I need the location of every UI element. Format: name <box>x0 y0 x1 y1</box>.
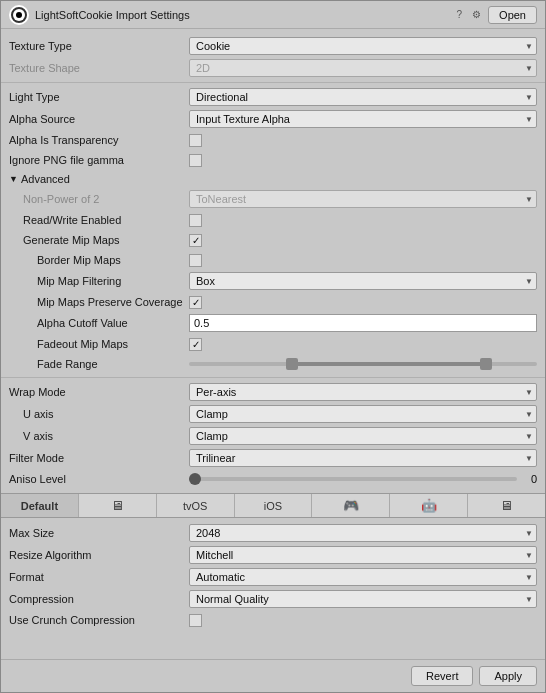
open-button[interactable]: Open <box>488 6 537 24</box>
fadeout-mip-checkbox[interactable] <box>189 338 202 351</box>
alpha-transparency-checkbox[interactable] <box>189 134 202 147</box>
tab-controller[interactable]: 🎮 <box>312 494 390 517</box>
tab-tvos[interactable]: tvOS <box>157 494 235 517</box>
ignore-png-checkbox[interactable] <box>189 154 202 167</box>
texture-type-control: Cookie ▼ <box>189 37 537 55</box>
alpha-cutoff-row: Alpha Cutoff Value <box>1 312 545 334</box>
border-mip-control <box>189 254 537 267</box>
aniso-thumb[interactable] <box>189 473 201 485</box>
window-title: LightSoftCookie Import Settings <box>35 9 190 21</box>
light-type-dropdown[interactable]: Directional <box>189 88 537 106</box>
android-icon: 🤖 <box>421 498 437 513</box>
compression-dropdown-wrapper: Normal Quality ▼ <box>189 590 537 608</box>
max-size-dropdown-wrapper: 2048 ▼ <box>189 524 537 542</box>
alpha-source-label: Alpha Source <box>9 113 189 125</box>
resize-algorithm-label: Resize Algorithm <box>9 549 189 561</box>
tab-android[interactable]: 🤖 <box>390 494 468 517</box>
wrap-mode-dropdown[interactable]: Per-axis <box>189 383 537 401</box>
mip-filter-control: Box ▼ <box>189 272 537 290</box>
texture-shape-control: 2D ▼ <box>189 59 537 77</box>
gen-mip-row: Generate Mip Maps <box>1 230 545 250</box>
non-power-dropdown: ToNearest <box>189 190 537 208</box>
v-axis-dropdown[interactable]: Clamp <box>189 427 537 445</box>
crunch-compression-control <box>189 614 537 627</box>
v-axis-label: V axis <box>9 430 189 442</box>
filter-mode-control: Trilinear ▼ <box>189 449 537 467</box>
light-type-dropdown-wrapper: Directional ▼ <box>189 88 537 106</box>
settings-button[interactable]: ⚙ <box>469 8 484 21</box>
tab-ios[interactable]: iOS <box>235 494 313 517</box>
ignore-png-control <box>189 154 537 167</box>
crunch-compression-label: Use Crunch Compression <box>9 614 189 626</box>
fade-range-thumb-left[interactable] <box>286 358 298 370</box>
alpha-source-row: Alpha Source Input Texture Alpha ▼ <box>1 108 545 130</box>
non-power-row: Non-Power of 2 ToNearest ▼ <box>1 188 545 210</box>
crunch-compression-row: Use Crunch Compression <box>1 610 545 630</box>
title-bar-right: ? ⚙ Open <box>454 6 537 24</box>
preserve-coverage-checkbox[interactable] <box>189 296 202 309</box>
resize-algorithm-row: Resize Algorithm Mitchell ▼ <box>1 544 545 566</box>
border-mip-label: Border Mip Maps <box>9 254 189 266</box>
crunch-compression-checkbox[interactable] <box>189 614 202 627</box>
compression-row: Compression Normal Quality ▼ <box>1 588 545 610</box>
gen-mip-checkbox[interactable] <box>189 234 202 247</box>
revert-button[interactable]: Revert <box>411 666 473 686</box>
tab-default[interactable]: Default <box>1 494 79 517</box>
read-write-label: Read/Write Enabled <box>9 214 189 226</box>
gen-mip-control <box>189 234 537 247</box>
divider-1 <box>1 82 545 83</box>
desktop-icon: 🖥 <box>111 498 124 513</box>
u-axis-row: U axis Clamp ▼ <box>1 403 545 425</box>
mip-filter-dropdown[interactable]: Box <box>189 272 537 290</box>
tab-ios-label: iOS <box>264 500 282 512</box>
tab-desktop[interactable]: 🖥 <box>79 494 157 517</box>
alpha-source-dropdown[interactable]: Input Texture Alpha <box>189 110 537 128</box>
border-mip-checkbox[interactable] <box>189 254 202 267</box>
alpha-source-control: Input Texture Alpha ▼ <box>189 110 537 128</box>
help-button[interactable]: ? <box>454 8 466 21</box>
light-type-row: Light Type Directional ▼ <box>1 86 545 108</box>
format-control: Automatic ▼ <box>189 568 537 586</box>
tab-other[interactable]: 🖥 <box>468 494 545 517</box>
format-dropdown[interactable]: Automatic <box>189 568 537 586</box>
apply-button[interactable]: Apply <box>479 666 537 686</box>
read-write-control <box>189 214 537 227</box>
advanced-label: Advanced <box>21 173 70 185</box>
max-size-dropdown[interactable]: 2048 <box>189 524 537 542</box>
advanced-section-header[interactable]: ▼ Advanced <box>1 170 545 188</box>
fade-range-thumb-right[interactable] <box>480 358 492 370</box>
compression-label: Compression <box>9 593 189 605</box>
fade-range-slider[interactable] <box>189 357 537 371</box>
texture-type-dropdown[interactable]: Cookie <box>189 37 537 55</box>
other-icon: 🖥 <box>500 498 513 513</box>
preserve-coverage-label: Mip Maps Preserve Coverage <box>9 296 189 308</box>
non-power-label: Non-Power of 2 <box>9 193 189 205</box>
fade-range-fill <box>293 362 484 366</box>
aniso-level-slider-container: 0 <box>189 472 537 486</box>
resize-algorithm-dropdown[interactable]: Mitchell <box>189 546 537 564</box>
controller-icon: 🎮 <box>343 498 359 513</box>
texture-shape-dropdown: 2D <box>189 59 537 77</box>
u-axis-dropdown[interactable]: Clamp <box>189 405 537 423</box>
mip-filter-label: Mip Map Filtering <box>9 275 189 287</box>
texture-shape-dropdown-wrapper: 2D ▼ <box>189 59 537 77</box>
mip-filter-dropdown-wrapper: Box ▼ <box>189 272 537 290</box>
fade-range-control <box>189 357 537 371</box>
compression-dropdown[interactable]: Normal Quality <box>189 590 537 608</box>
divider-2 <box>1 377 545 378</box>
fadeout-mip-row: Fadeout Mip Maps <box>1 334 545 354</box>
wrap-mode-dropdown-wrapper: Per-axis ▼ <box>189 383 537 401</box>
alpha-cutoff-input[interactable] <box>189 314 537 332</box>
u-axis-control: Clamp ▼ <box>189 405 537 423</box>
read-write-checkbox[interactable] <box>189 214 202 227</box>
window-icon <box>9 5 29 25</box>
resize-algorithm-dropdown-wrapper: Mitchell ▼ <box>189 546 537 564</box>
aniso-level-slider[interactable] <box>189 472 517 486</box>
v-axis-dropdown-wrapper: Clamp ▼ <box>189 427 537 445</box>
title-bar: LightSoftCookie Import Settings ? ⚙ Open <box>1 1 545 29</box>
format-label: Format <box>9 571 189 583</box>
filter-mode-dropdown[interactable]: Trilinear <box>189 449 537 467</box>
mip-filter-row: Mip Map Filtering Box ▼ <box>1 270 545 292</box>
v-axis-row: V axis Clamp ▼ <box>1 425 545 447</box>
max-size-control: 2048 ▼ <box>189 524 537 542</box>
